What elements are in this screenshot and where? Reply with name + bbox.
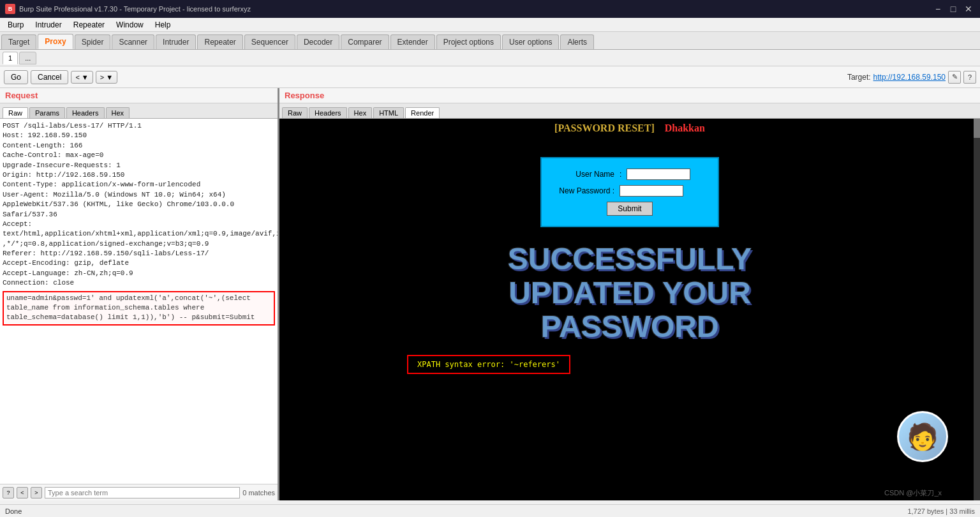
username-input[interactable] (627, 169, 690, 180)
tab-decoder[interactable]: Decoder (297, 34, 339, 49)
dhakkan-label: Dhakkan (665, 123, 705, 134)
tab-spider[interactable]: Spider (75, 34, 111, 49)
target-label: Target: (847, 73, 871, 82)
req-line-9: Accept: (3, 220, 275, 229)
menu-help[interactable]: Help (150, 19, 176, 31)
search-help-button[interactable]: ? (3, 487, 14, 498)
xpath-error-box: XPATH syntax error: '~referers' (407, 355, 570, 374)
close-button[interactable]: ✕ (962, 3, 975, 15)
request-body[interactable]: POST /sqli-labs/Less-17/ HTTP/1.1 Host: … (0, 119, 278, 484)
req-line-3: Content-Length: 166 (3, 141, 275, 151)
help-button[interactable]: ? (963, 71, 976, 84)
response-header: Response (279, 88, 980, 103)
go-button[interactable]: Go (4, 70, 28, 84)
req-line-8: User-Agent: Mozilla/5.0 (Windows NT 10.0… (3, 190, 275, 220)
target-info: Target: http://192.168.59.150 ✎ ? (847, 71, 976, 84)
success-line2: UPDATED YOUR (470, 276, 789, 310)
menu-intruder[interactable]: Intruder (30, 19, 66, 31)
menu-bar: Burp Intruder Repeater Window Help (0, 18, 980, 32)
pw-reset-form: User Name : New Password : Submit (540, 157, 719, 227)
username-label: User Name (557, 170, 614, 179)
req-tab-headers[interactable]: Headers (66, 107, 105, 118)
subtab-bar: 1 ... (0, 50, 980, 66)
app-icon: B (5, 4, 15, 14)
search-next-button[interactable]: > (31, 487, 42, 498)
main-content: Request Raw Params Headers Hex POST /sql… (0, 88, 980, 500)
nav-back-button[interactable]: < ▼ (71, 71, 93, 84)
tab-user-options[interactable]: User options (502, 34, 559, 49)
req-line-10: text/html,application/xhtml+xml,applicat… (3, 229, 275, 239)
menu-window[interactable]: Window (111, 19, 149, 31)
target-url[interactable]: http://192.168.59.150 (873, 73, 946, 82)
pw-reset-label: [PASSWORD RESET] (554, 123, 655, 134)
render-top-header: [PASSWORD RESET] Dhakkan (279, 119, 980, 138)
username-row: User Name : (557, 169, 702, 180)
match-count: 0 matches (242, 489, 275, 497)
search-prev-button[interactable]: < (17, 487, 28, 498)
status-text: Done (5, 507, 22, 515)
response-tab-bar: Raw Headers Hex HTML Render (279, 103, 980, 119)
req-line-7: Content-Type: application/x-www-form-url… (3, 180, 275, 190)
main-tab-bar: Target Proxy Spider Scanner Intruder Rep… (0, 32, 980, 50)
tab-intruder[interactable]: Intruder (156, 34, 196, 49)
submit-row: Submit (557, 202, 702, 216)
avatar: 🧑 (897, 411, 948, 462)
password-row: New Password : (557, 185, 702, 197)
tab-repeater[interactable]: Repeater (197, 34, 242, 49)
new-password-input[interactable] (620, 185, 683, 197)
minimize-button[interactable]: − (932, 3, 944, 15)
req-tab-raw[interactable]: Raw (3, 107, 28, 118)
request-title: Request (5, 91, 38, 100)
request-header: Request (0, 88, 278, 103)
scrollbar-thumb[interactable] (974, 119, 980, 138)
subtab-dots[interactable]: ... (19, 52, 36, 64)
subtab-1[interactable]: 1 (3, 52, 18, 64)
req-tab-hex[interactable]: Hex (106, 107, 130, 118)
tab-comparer[interactable]: Comparer (341, 34, 389, 49)
search-input[interactable] (45, 487, 240, 498)
req-line-1: POST /sqli-labs/Less-17/ HTTP/1.1 (3, 121, 275, 131)
title-bar: B Burp Suite Professional v1.7.30 - Temp… (0, 0, 980, 18)
response-panel: Response Raw Headers Hex HTML Render [PA… (279, 88, 980, 500)
response-scrollbar[interactable] (974, 119, 980, 500)
toolbar: Go Cancel < ▼ > ▼ Target: http://192.168… (0, 66, 980, 88)
tab-sequencer[interactable]: Sequencer (244, 34, 295, 49)
req-line-5: Upgrade-Insecure-Requests: 1 (3, 161, 275, 170)
tab-target[interactable]: Target (1, 34, 36, 49)
success-text: SUCCESSFULLY UPDATED YOUR PASSWORD (470, 243, 789, 343)
resp-tab-render[interactable]: Render (405, 107, 440, 118)
new-password-label: New Password : (557, 186, 614, 195)
status-bar: Done 1,727 bytes | 33 millis (0, 504, 980, 517)
tab-project-options[interactable]: Project options (436, 34, 501, 49)
req-line-12: Referer: http://192.168.59.150/sqli-labs… (3, 249, 275, 258)
success-line3: PASSWORD (470, 310, 789, 344)
bytes-info: 1,727 bytes | 33 millis (907, 507, 975, 515)
edit-target-button[interactable]: ✎ (948, 71, 961, 84)
req-tab-params[interactable]: Params (29, 107, 65, 118)
resp-tab-hex[interactable]: Hex (348, 107, 373, 118)
request-tab-bar: Raw Params Headers Hex (0, 103, 278, 119)
req-line-15: Connection: close (3, 278, 275, 288)
cancel-button[interactable]: Cancel (31, 70, 68, 84)
csdn-watermark: CSDN @小菜刀_x (884, 488, 942, 498)
req-line-11: ,*/*;q=0.8,application/signed-exchange;v… (3, 239, 275, 249)
menu-repeater[interactable]: Repeater (68, 19, 110, 31)
resp-tab-raw[interactable]: Raw (282, 107, 308, 118)
tab-proxy[interactable]: Proxy (38, 34, 73, 49)
resp-tab-html[interactable]: HTML (373, 107, 404, 118)
tab-extender[interactable]: Extender (390, 34, 435, 49)
resp-tab-headers[interactable]: Headers (309, 107, 347, 118)
app-title: Burp Suite Professional v1.7.30 - Tempor… (19, 5, 251, 13)
username-colon: : (620, 170, 621, 179)
menu-burp[interactable]: Burp (3, 19, 29, 31)
req-line-2: Host: 192.168.59.150 (3, 131, 275, 140)
tab-scanner[interactable]: Scanner (112, 34, 154, 49)
maximize-button[interactable]: □ (947, 3, 960, 15)
nav-forward-button[interactable]: > ▼ (96, 71, 117, 84)
tab-alerts[interactable]: Alerts (560, 34, 594, 49)
submit-button[interactable]: Submit (607, 202, 652, 216)
req-line-14: Accept-Language: zh-CN,zh;q=0.9 (3, 269, 275, 278)
xpath-error-text: XPATH syntax error: '~referers' (417, 360, 560, 369)
req-line-6: Origin: http://192.168.59.150 (3, 170, 275, 180)
request-panel: Request Raw Params Headers Hex POST /sql… (0, 88, 279, 500)
